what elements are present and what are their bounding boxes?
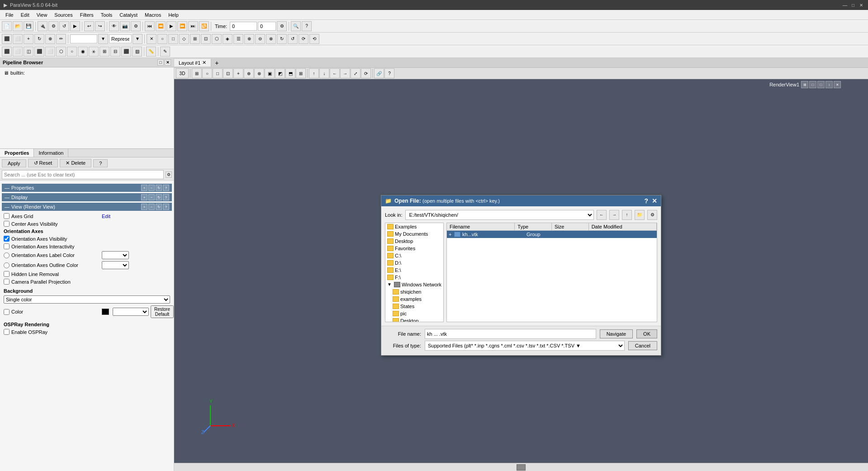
rt-btn-cam6[interactable]: ⟳ [361,68,371,78]
rt-btn-cam4[interactable]: → [340,68,350,78]
tb3-more[interactable]: ✎ [160,47,170,57]
tb3-1[interactable]: ⬛ [2,47,12,57]
close-btn[interactable]: ✕ [858,2,864,8]
tb3-13[interactable]: ▨ [132,47,142,57]
tab-properties[interactable]: Properties [0,149,34,157]
filter-btn-16[interactable]: ⟲ [309,34,319,44]
orient-label-color-select[interactable] [102,251,129,259]
filter-btn-14[interactable]: ↺ [288,34,298,44]
help-btn[interactable]: ? [302,21,312,31]
dialog-help-btn[interactable]: ? [644,197,648,205]
tree-desktop2[interactable]: Desktop [385,317,443,322]
tb3-6[interactable]: ⬡ [56,47,66,57]
dialog-close-btn[interactable]: ✕ [652,197,657,205]
ps-icon-2[interactable]: − [148,185,155,191]
nav-new-folder-btn[interactable]: 📁 [635,210,645,220]
play-btn[interactable]: ▶ [70,21,80,31]
render-tab-plus[interactable]: + [211,58,222,67]
ok-btn[interactable]: OK [636,329,657,338]
axes-grid-check[interactable] [4,213,9,219]
screenshot-btn[interactable]: 📷 [120,21,130,31]
last-frame-btn[interactable]: ⏭ [188,21,198,31]
filter-btn-2[interactable]: ○ [157,34,167,44]
tree-windows-network[interactable]: ▼ Windows Network [385,281,443,288]
restore-default-btn[interactable]: Restore Default [151,305,174,318]
tree-mydocs[interactable]: My Documents [385,230,443,238]
save-btn[interactable]: 💾 [24,21,33,31]
orient-outline-color-radio[interactable] [4,262,9,268]
menu-filters[interactable]: Filters [76,11,97,19]
menu-tools[interactable]: Tools [97,11,116,19]
reset-btn[interactable]: ↺ Reset [28,159,58,167]
time-settings-btn[interactable]: ⚙ [277,21,287,31]
menu-help[interactable]: Help [165,11,182,19]
delete-btn[interactable]: ✕ Delete [60,159,91,167]
rt-btn-cam3[interactable]: ← [330,68,340,78]
properties-section-header[interactable]: — Properties + − ↻ ? [2,184,172,192]
pipeline-close-btn[interactable]: ✕ [165,59,171,66]
cancel-btn[interactable]: Cancel [628,341,657,350]
col-type[interactable]: Type [515,223,552,230]
colormap-input[interactable] [70,34,97,43]
eye-btn[interactable]: 👁 [109,21,119,31]
rt-btn-5[interactable]: + [233,68,243,78]
rt-btn-1[interactable]: ⊞ [192,68,202,78]
tb2-picker[interactable]: ✏ [56,34,66,44]
refresh-btn[interactable]: ↺ [59,21,69,31]
menu-catalyst[interactable]: Catalyst [116,11,141,19]
vs-icon-1[interactable]: + [141,204,147,210]
nav-forward-btn[interactable]: → [609,210,619,220]
expand-icon[interactable]: + [449,232,454,237]
filter-btn-8[interactable]: ◈ [223,34,232,44]
filter-btn-6[interactable]: ⊡ [201,34,211,44]
undo-btn[interactable]: ↩ [84,21,94,31]
tree-desktop[interactable]: Desktop [385,238,443,245]
hidden-line-check[interactable] [4,271,9,277]
nav-up-btn[interactable]: ↑ [622,210,632,220]
disconnect-btn[interactable]: ⚙ [48,21,58,31]
zoom-reset-btn[interactable]: 🔍 [291,21,301,31]
new-btn[interactable]: 📄 [2,21,12,31]
tb3-ruler[interactable]: 📏 [146,47,156,57]
file-item-kh-vtk[interactable]: + kh...vtk Group [447,231,657,238]
open-btn[interactable]: 📂 [13,21,23,31]
render-tab-layout1[interactable]: Layout #1 ✕ [174,59,211,67]
files-of-type-select[interactable]: Supported Files (plt* *.inp *.cgns *.cml… [425,341,625,351]
ds-icon-1[interactable]: + [141,194,147,200]
tree-pic[interactable]: pic [385,310,443,317]
play-anim-btn[interactable]: ▶ [166,21,176,31]
orient-vis-check[interactable] [4,236,9,242]
tb2-1[interactable]: ⬛ [2,34,12,44]
ps-icon-3[interactable]: ↻ [156,185,162,191]
filter-btn-15[interactable]: ⟳ [299,34,308,44]
minimize-btn[interactable]: — [842,2,848,8]
rt-btn-link[interactable]: 🔗 [374,68,384,78]
bg-type-select[interactable]: Single color [4,295,170,304]
render-tab-close-icon[interactable]: ✕ [202,60,206,66]
filter-btn-10[interactable]: ⊕ [244,34,254,44]
ds-icon-4[interactable]: ? [163,194,169,200]
rep-dropdown[interactable]: ▼ [133,34,142,44]
connect-btn[interactable]: 🔌 [38,21,47,31]
filter-btn-4[interactable]: ◇ [179,34,189,44]
filter-btn-11[interactable]: ⊖ [255,34,265,44]
maximize-btn[interactable]: □ [850,2,856,8]
menu-macros[interactable]: Macros [141,11,165,19]
tree-examples[interactable]: Examples [385,223,443,230]
ps-icon-4[interactable]: ? [163,185,169,191]
tb3-8[interactable]: ◉ [78,47,88,57]
rt-btn-cam2[interactable]: ↓ [319,68,329,78]
rt-btn-7[interactable]: ⊗ [254,68,264,78]
rt-btn-4[interactable]: ⊡ [223,68,233,78]
tab-information[interactable]: Information [34,149,68,157]
tb3-5[interactable]: ⬜ [45,47,55,57]
rt-btn-3[interactable]: □ [213,68,223,78]
rt-3d-btn[interactable]: 3D [176,68,189,78]
tb3-11[interactable]: ⊟ [110,47,120,57]
orient-interact-check[interactable] [4,243,9,249]
navigate-btn[interactable]: Navigate [600,329,633,338]
apply-btn[interactable]: Apply [2,159,26,167]
props-help-btn[interactable]: ? [93,159,108,167]
filter-btn-13[interactable]: ↻ [277,34,287,44]
tb3-3[interactable]: ◫ [24,47,33,57]
